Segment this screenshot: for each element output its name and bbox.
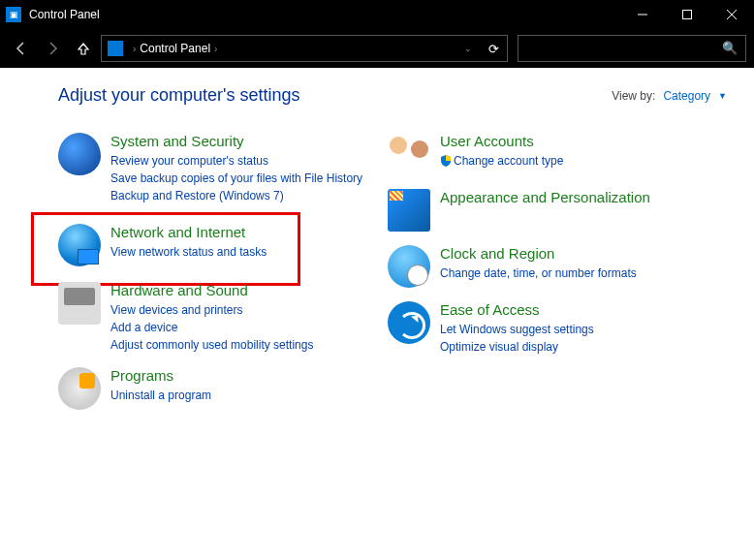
category-link[interactable]: Change account type bbox=[440, 152, 563, 170]
search-input[interactable]: 🔍 bbox=[518, 35, 746, 62]
viewby-label: View by: bbox=[612, 89, 655, 103]
back-button[interactable] bbox=[8, 35, 35, 62]
up-icon bbox=[76, 41, 91, 56]
address-dropdown-icon[interactable]: ⌄ bbox=[464, 44, 472, 53]
uac-shield-icon bbox=[440, 155, 452, 167]
chevron-right-icon: › bbox=[133, 44, 136, 54]
navbar: › Control Panel › ⌄ ⟳ 🔍 bbox=[0, 29, 754, 68]
ease-of-access-icon bbox=[388, 301, 430, 344]
chevron-down-icon: ▼ bbox=[718, 91, 727, 101]
category-clock-region: Clock and Region Change date, time, or n… bbox=[388, 245, 678, 288]
address-bar[interactable]: › Control Panel › ⌄ ⟳ bbox=[101, 35, 508, 62]
viewby-value: Category bbox=[663, 89, 710, 103]
category-title[interactable]: Appearance and Personalization bbox=[440, 189, 650, 206]
category-title[interactable]: System and Security bbox=[110, 133, 362, 150]
category-appearance: Appearance and Personalization bbox=[388, 189, 678, 232]
up-button[interactable] bbox=[70, 35, 97, 62]
shield-icon bbox=[58, 133, 101, 175]
category-link[interactable]: Backup and Restore (Windows 7) bbox=[110, 187, 362, 204]
category-system-security: System and Security Review your computer… bbox=[58, 133, 368, 204]
minimize-button[interactable] bbox=[620, 0, 665, 29]
globe-icon bbox=[58, 224, 101, 266]
breadcrumb-root[interactable]: Control Panel bbox=[140, 42, 210, 55]
category-link[interactable]: Review your computer's status bbox=[110, 152, 362, 170]
svg-rect-1 bbox=[683, 11, 692, 19]
category-link[interactable]: Optimize visual display bbox=[440, 338, 594, 356]
page-title: Adjust your computer's settings bbox=[58, 85, 300, 106]
content-header: Adjust your computer's settings View by:… bbox=[58, 85, 727, 106]
category-link[interactable]: Change date, time, or number formats bbox=[440, 264, 637, 282]
disc-icon bbox=[58, 367, 101, 410]
category-link[interactable]: Uninstall a program bbox=[110, 387, 211, 404]
maximize-button[interactable] bbox=[665, 0, 709, 29]
refresh-button[interactable]: ⟳ bbox=[488, 42, 499, 56]
window-title: Control Panel bbox=[29, 8, 100, 21]
chevron-right-icon: › bbox=[214, 44, 217, 54]
category-link[interactable]: View network status and tasks bbox=[110, 243, 267, 261]
category-title[interactable]: Clock and Region bbox=[440, 245, 637, 263]
category-title[interactable]: Ease of Access bbox=[440, 301, 594, 319]
search-icon: 🔍 bbox=[722, 41, 738, 55]
breadcrumb-icon bbox=[108, 41, 123, 56]
close-button[interactable] bbox=[709, 0, 754, 29]
category-column-right: User Accounts Change account type Appear… bbox=[388, 133, 678, 423]
back-icon bbox=[14, 41, 29, 56]
content-area: Adjust your computer's settings View by:… bbox=[0, 68, 754, 423]
maximize-icon bbox=[682, 10, 692, 19]
category-link[interactable]: View devices and printers bbox=[110, 301, 313, 319]
category-user-accounts: User Accounts Change account type bbox=[388, 133, 678, 175]
viewby-control[interactable]: View by: Category ▼ bbox=[612, 89, 727, 103]
clock-icon bbox=[388, 245, 430, 288]
category-link[interactable]: Save backup copies of your files with Fi… bbox=[110, 170, 362, 187]
forward-button[interactable] bbox=[39, 35, 66, 62]
forward-icon bbox=[45, 41, 60, 56]
category-network-internet: Network and Internet View network status… bbox=[58, 224, 368, 266]
printer-icon bbox=[58, 282, 101, 325]
minimize-icon bbox=[638, 10, 647, 19]
category-title[interactable]: Hardware and Sound bbox=[110, 282, 313, 299]
app-icon: ▣ bbox=[6, 7, 21, 22]
category-ease-of-access: Ease of Access Let Windows suggest setti… bbox=[388, 301, 678, 356]
category-link[interactable]: Adjust commonly used mobility settings bbox=[110, 336, 313, 354]
category-programs: Programs Uninstall a program bbox=[58, 367, 368, 410]
category-title[interactable]: Network and Internet bbox=[110, 224, 267, 241]
category-link[interactable]: Add a device bbox=[110, 319, 313, 336]
titlebar: ▣ Control Panel bbox=[0, 0, 754, 29]
category-title[interactable]: User Accounts bbox=[440, 133, 563, 150]
category-link[interactable]: Let Windows suggest settings bbox=[440, 321, 594, 338]
category-hardware-sound: Hardware and Sound View devices and prin… bbox=[58, 282, 368, 354]
close-icon bbox=[727, 10, 737, 19]
category-title[interactable]: Programs bbox=[110, 367, 211, 385]
category-link-text: Change account type bbox=[454, 154, 563, 168]
monitor-icon bbox=[388, 189, 430, 232]
category-column-left: System and Security Review your computer… bbox=[58, 133, 368, 423]
users-icon bbox=[388, 133, 430, 175]
